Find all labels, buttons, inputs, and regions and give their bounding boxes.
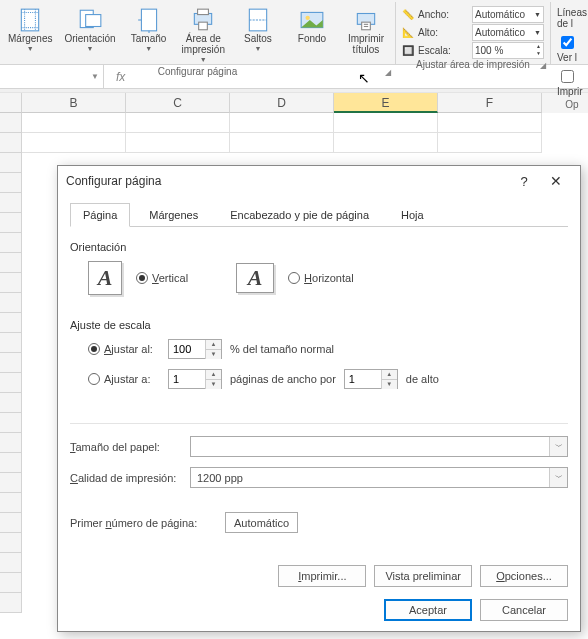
svg-rect-12 bbox=[199, 22, 208, 30]
orientation-button[interactable]: Orientación ▼ bbox=[62, 5, 117, 55]
chevron-down-icon: ▼ bbox=[27, 45, 34, 53]
first-page-label: Primer número de página: bbox=[70, 517, 225, 529]
cancel-button[interactable]: Cancelar bbox=[480, 599, 568, 621]
dialog-title: Configurar página bbox=[66, 174, 508, 188]
chevron-down-icon: ﹀ bbox=[549, 437, 567, 456]
fit-width-spinner[interactable]: ▲▼ bbox=[168, 369, 222, 389]
close-button[interactable]: ✕ bbox=[540, 173, 572, 189]
tab-margins[interactable]: Márgenes bbox=[136, 203, 211, 227]
svg-point-16 bbox=[305, 16, 309, 20]
group-label-options: Op bbox=[557, 99, 587, 110]
options-button[interactable]: Opciones... bbox=[480, 565, 568, 587]
width-select[interactable]: Automático▼ bbox=[472, 6, 544, 23]
print-quality-label: Calidad de impresión: bbox=[70, 472, 190, 484]
dialog-launcher-icon[interactable]: ◢ bbox=[540, 61, 546, 70]
help-button[interactable]: ? bbox=[508, 174, 540, 189]
group-label-scale: Ajustar área de impresión ◢ bbox=[402, 59, 544, 70]
breaks-button[interactable]: Saltos ▼ bbox=[235, 5, 281, 55]
background-button[interactable]: Fondo bbox=[289, 5, 335, 46]
tab-page[interactable]: Página bbox=[70, 203, 130, 227]
first-page-input[interactable]: Automático bbox=[225, 512, 298, 533]
fit-to-radio[interactable] bbox=[88, 373, 100, 385]
paper-size-label: Tamaño del papel: bbox=[70, 441, 190, 453]
margins-button[interactable]: Márgenes ▼ bbox=[6, 5, 54, 55]
column-headers: B C D E F bbox=[0, 93, 588, 113]
print-titles-button[interactable]: Imprimir títulos bbox=[343, 5, 389, 57]
print-area-button[interactable]: Área de impresión ▼ bbox=[180, 5, 227, 66]
ok-button[interactable]: Aceptar bbox=[384, 599, 472, 621]
print-titles-icon bbox=[352, 7, 380, 33]
orientation-label: Orientación bbox=[70, 241, 568, 253]
svg-rect-6 bbox=[86, 15, 101, 27]
column-header[interactable]: B bbox=[22, 93, 126, 113]
fit-height-spinner[interactable]: ▲▼ bbox=[344, 369, 398, 389]
column-header[interactable]: E bbox=[334, 93, 438, 113]
print-button[interactable]: Imprimir... bbox=[278, 565, 366, 587]
chevron-down-icon: ▼ bbox=[87, 45, 94, 53]
column-header[interactable]: C bbox=[126, 93, 230, 113]
background-icon bbox=[298, 7, 326, 33]
gridlines-header: Líneas de l bbox=[557, 5, 587, 31]
tab-sheet[interactable]: Hoja bbox=[388, 203, 437, 227]
ruler-height-icon: 📐 bbox=[402, 27, 414, 38]
size-button[interactable]: Tamaño ▼ bbox=[126, 5, 172, 55]
orientation-icon bbox=[76, 7, 104, 33]
breaks-icon bbox=[244, 7, 272, 33]
svg-rect-11 bbox=[198, 9, 209, 14]
page-setup-dialog: Configurar página ? ✕ Página Márgenes En… bbox=[57, 165, 581, 632]
paper-size-select[interactable]: ﹀ bbox=[190, 436, 568, 457]
dialog-launcher-icon[interactable]: ◢ bbox=[385, 68, 391, 77]
chevron-down-icon: ▼ bbox=[145, 45, 152, 53]
landscape-icon: A bbox=[236, 263, 274, 293]
portrait-icon: A bbox=[88, 261, 122, 295]
scale-spinner[interactable]: 100 %▲▼ bbox=[472, 42, 544, 59]
dialog-title-bar[interactable]: Configurar página ? ✕ bbox=[58, 166, 580, 196]
dialog-tabs: Página Márgenes Encabezado y pie de pági… bbox=[70, 202, 568, 227]
print-gridlines-checkbox[interactable] bbox=[561, 70, 574, 83]
adjust-to-spinner[interactable]: ▲▼ bbox=[168, 339, 222, 359]
print-area-icon bbox=[189, 7, 217, 33]
margins-icon bbox=[16, 7, 44, 33]
ribbon: Márgenes ▼ Orientación ▼ Tamaño ▼ bbox=[0, 0, 588, 65]
tab-header-footer[interactable]: Encabezado y pie de página bbox=[217, 203, 382, 227]
print-quality-select[interactable]: 1200 ppp ﹀ bbox=[190, 467, 568, 488]
height-select[interactable]: Automático▼ bbox=[472, 24, 544, 41]
preview-button[interactable]: Vista preliminar bbox=[374, 565, 472, 587]
landscape-radio[interactable]: Horizontal bbox=[288, 272, 354, 284]
column-header[interactable]: F bbox=[438, 93, 542, 113]
ruler-width-icon: 📏 bbox=[402, 9, 414, 20]
chevron-down-icon: ▼ bbox=[255, 45, 262, 53]
scaling-label: Ajuste de escala bbox=[70, 319, 568, 331]
view-gridlines-checkbox[interactable] bbox=[561, 36, 574, 49]
size-icon bbox=[135, 7, 163, 33]
group-label-page-setup: Configurar página ◢ bbox=[6, 66, 389, 77]
scale-icon: 🔲 bbox=[402, 45, 414, 56]
adjust-to-radio[interactable] bbox=[88, 343, 100, 355]
chevron-down-icon: ﹀ bbox=[549, 468, 567, 487]
svg-rect-7 bbox=[141, 9, 156, 31]
portrait-radio[interactable]: Vertical bbox=[136, 272, 188, 284]
column-header[interactable]: D bbox=[230, 93, 334, 113]
chevron-down-icon: ▼ bbox=[200, 56, 207, 64]
select-all-corner[interactable] bbox=[0, 93, 22, 113]
